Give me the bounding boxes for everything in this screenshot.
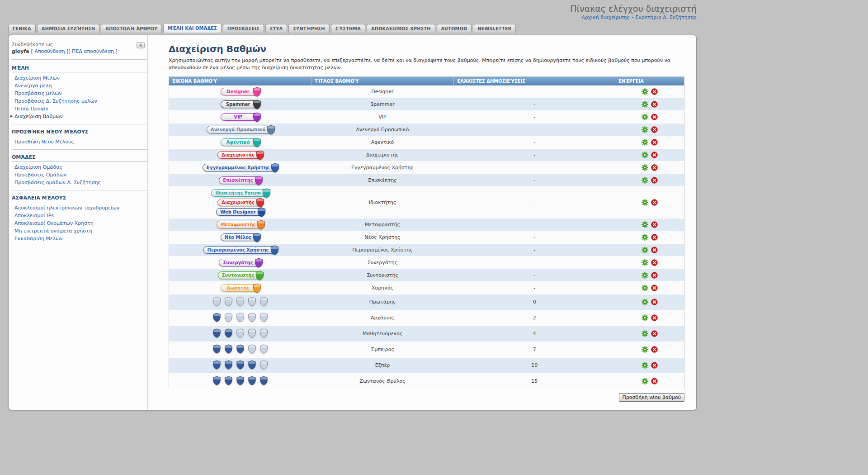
rank-settings-button[interactable] <box>642 247 648 253</box>
rank-delete-button[interactable] <box>651 272 658 279</box>
sidebar-collapse-button[interactable] <box>137 42 145 48</box>
sidebar-item-προσβάσεις-δ-συζήτησης-μελών[interactable]: Προσβάσεις Δ. Συζήτησης μελών <box>12 97 147 105</box>
add-rank-button[interactable]: Προσθήκη νέου βαθμού <box>619 393 684 402</box>
rank-settings-button[interactable] <box>642 152 648 158</box>
rank-settings-button[interactable] <box>642 299 648 305</box>
tab-σύστημα[interactable]: ΣΎΣΤΗΜΑ <box>331 24 365 33</box>
rank-settings-button[interactable] <box>642 199 648 206</box>
rank-settings-button[interactable] <box>642 330 648 337</box>
sidebar-item-link[interactable]: Αποκλεισμοί Ονομάτων Χρήστη <box>14 220 94 226</box>
rank-delete-button[interactable] <box>651 378 658 385</box>
sidebar-item-link[interactable]: Προσβάσεις μελών <box>14 90 62 96</box>
rank-settings-button[interactable] <box>642 285 648 291</box>
tab-συντήρηση[interactable]: ΣΥΝΤΉΡΗΣΗ <box>288 24 329 33</box>
rank-settings-button[interactable] <box>642 234 648 241</box>
shield-icon <box>253 233 261 242</box>
rank-delete-button[interactable] <box>651 88 658 95</box>
sidebar-item-αποκλεισμοί-ips[interactable]: Αποκλεισμοί IPs <box>12 212 147 219</box>
rank-settings-button[interactable] <box>642 139 648 146</box>
sidebar-item-αποκλεισμοί-ηλεκτρονικών-ταχυδρομείων[interactable]: Αποκλεισμοί ηλεκτρονικών ταχυδρομείων <box>12 204 147 212</box>
sidebar-item-διαχείριση-ομάδας[interactable]: Διαχείριση Ομάδας <box>12 163 147 171</box>
board-index-link[interactable]: Ευρετήριο Δ. Συζήτησης <box>635 14 697 20</box>
sidebar-item-διαχείριση-μελών[interactable]: Διαχείριση Μελών <box>12 74 147 82</box>
rank-delete-button[interactable] <box>651 164 658 171</box>
rank-settings-button[interactable] <box>642 221 648 228</box>
sidebar-item-διαχείριση-βαθμών[interactable]: Διαχείριση Βαθμών <box>12 113 147 120</box>
table-row: ΑφεντικόΑφεντικό- <box>169 136 684 148</box>
rank-delete-button[interactable] <box>651 285 658 291</box>
sidebar-item-link[interactable]: Διαχείριση Βαθμών <box>14 114 63 119</box>
rank-settings-button[interactable] <box>642 101 648 108</box>
rank-delete-button[interactable] <box>651 199 658 206</box>
sidebar-item-link[interactable]: Ανενεργά μέλη <box>14 83 52 89</box>
sidebar-item-link[interactable]: Προσθήκη Νέου Μέλους <box>14 139 74 145</box>
rank-delete-button[interactable] <box>651 101 658 108</box>
sidebar-item-link[interactable]: Πεδία Προφίλ <box>14 106 48 112</box>
rank-delete-button[interactable] <box>651 247 658 253</box>
rank-delete-button[interactable] <box>651 114 658 120</box>
rank-image-cell <box>169 373 311 389</box>
sidebar-item-ανενεργά-μέλη[interactable]: Ανενεργά μέλη <box>12 82 147 90</box>
rank-settings-button[interactable] <box>642 164 648 171</box>
sidebar-item-link[interactable]: Διαχείριση Μελών <box>14 75 60 81</box>
rank-settings-button[interactable] <box>642 126 648 133</box>
sidebar-item-link[interactable]: Προσβάσεις ομάδων Δ. Συζήτησης <box>14 180 101 185</box>
rank-settings-button[interactable] <box>642 314 648 321</box>
rank-settings-button[interactable] <box>642 114 648 120</box>
tab-αποκλεισμος-χρηστη[interactable]: ΑΠΟΚΛΕΙΣΜΟΣ ΧΡΗΣΤΗ <box>367 24 435 33</box>
shield-icon <box>224 313 233 322</box>
sidebar-item-link[interactable]: Αποκλεισμοί ηλεκτρονικών ταχυδρομείων <box>14 205 119 211</box>
rank-delete-button[interactable] <box>651 177 658 184</box>
tab-αποστολή-άρθρου[interactable]: ΑΠΟΣΤΟΛΉ ΆΡΘΡΟΥ <box>101 24 162 33</box>
shield-icon <box>256 198 264 208</box>
rank-shield-row <box>212 360 268 370</box>
ped-logout-link[interactable]: [ ΠΕΔ αποσύνδεση ] <box>68 48 118 54</box>
rank-delete-button[interactable] <box>651 152 658 158</box>
rank-settings-button[interactable] <box>642 362 648 369</box>
rank-settings-button[interactable] <box>642 88 648 95</box>
sidebar-item-link[interactable]: Διαχείριση Ομάδας <box>14 164 62 170</box>
sidebar-item-link[interactable]: Προσβάσεις Δ. Συζήτησης μελών <box>14 98 97 104</box>
sidebar-item-link[interactable]: Αποκλεισμοί IPs <box>14 213 54 218</box>
logout-link[interactable]: [ Αποσύνδεση ] <box>31 48 69 54</box>
rank-delete-button[interactable] <box>651 259 658 266</box>
delete-x-icon <box>651 234 658 241</box>
actions-cell <box>615 98 684 110</box>
rank-settings-button[interactable] <box>642 272 648 279</box>
shield-icon <box>253 87 261 97</box>
sidebar-item-εκκαθάριση-μελών[interactable]: Εκκαθάριση Μελών <box>12 235 147 242</box>
rank-delete-button[interactable] <box>651 299 658 305</box>
sidebar-item-προσβάσεις-μελών[interactable]: Προσβάσεις μελών <box>12 90 147 97</box>
sidebar-item-προσθήκη-νέου-μέλους[interactable]: Προσθήκη Νέου Μέλους <box>12 138 147 146</box>
tab-στυλ[interactable]: ΣΤΥΛ <box>265 24 288 33</box>
sidebar-item-αποκλεισμοί-ονομάτων-χρήστη[interactable]: Αποκλεισμοί Ονομάτων Χρήστη <box>12 219 147 227</box>
rank-delete-button[interactable] <box>651 234 658 241</box>
sidebar-item-link[interactable]: Μη επιτρεπτά ονόματα χρήστη <box>14 228 92 234</box>
tab-δημόσια-συζήτηση[interactable]: ΔΗΜΌΣΙΑ ΣΥΖΉΤΗΣΗ <box>37 24 100 33</box>
admin-home-link[interactable]: Αρχική διαχείρισης <box>582 14 630 20</box>
rank-delete-button[interactable] <box>651 221 658 228</box>
rank-settings-button[interactable] <box>642 177 648 184</box>
sidebar-item-link[interactable]: Προσβάσεις Ομάδων <box>14 172 66 178</box>
rank-delete-button[interactable] <box>651 346 658 353</box>
rank-badge-label: Μεταφραστής <box>221 222 256 227</box>
rank-settings-button[interactable] <box>642 378 648 385</box>
sidebar-item-πεδία-προφίλ[interactable]: Πεδία Προφίλ <box>12 105 147 113</box>
sidebar-item-προσβάσεις-ομάδων-δ-συζήτησης[interactable]: Προσβάσεις ομάδων Δ. Συζήτησης <box>12 179 147 186</box>
rank-badge: Εγγεγραμμένος Χρήστης <box>203 164 278 171</box>
sidebar-item-μη-επιτρεπτά-ονόματα-χρήστη[interactable]: Μη επιτρεπτά ονόματα χρήστη <box>12 227 147 235</box>
rank-delete-button[interactable] <box>651 314 658 321</box>
rank-delete-button[interactable] <box>651 362 658 369</box>
tab-automod[interactable]: AUTOMOD <box>437 24 472 33</box>
sidebar-item-link[interactable]: Εκκαθάριση Μελών <box>14 236 63 242</box>
rank-delete-button[interactable] <box>651 126 658 133</box>
tab-μέλη-και-ομάδες[interactable]: ΜΈΛΗ ΚΑΙ ΟΜΆΔΕΣ <box>163 23 222 33</box>
tab-newsletter[interactable]: NEWSLETTER <box>473 24 516 33</box>
rank-settings-button[interactable] <box>642 346 648 353</box>
tab-γενικα[interactable]: ΓΕΝΙΚΑ <box>8 24 36 33</box>
rank-delete-button[interactable] <box>651 330 658 337</box>
tab-προσβάσεις[interactable]: ΠΡΟΣΒΆΣΕΙΣ <box>223 24 264 33</box>
rank-settings-button[interactable] <box>642 259 648 266</box>
sidebar-item-προσβάσεις-ομάδων[interactable]: Προσβάσεις Ομάδων <box>12 171 147 179</box>
rank-delete-button[interactable] <box>651 139 658 146</box>
